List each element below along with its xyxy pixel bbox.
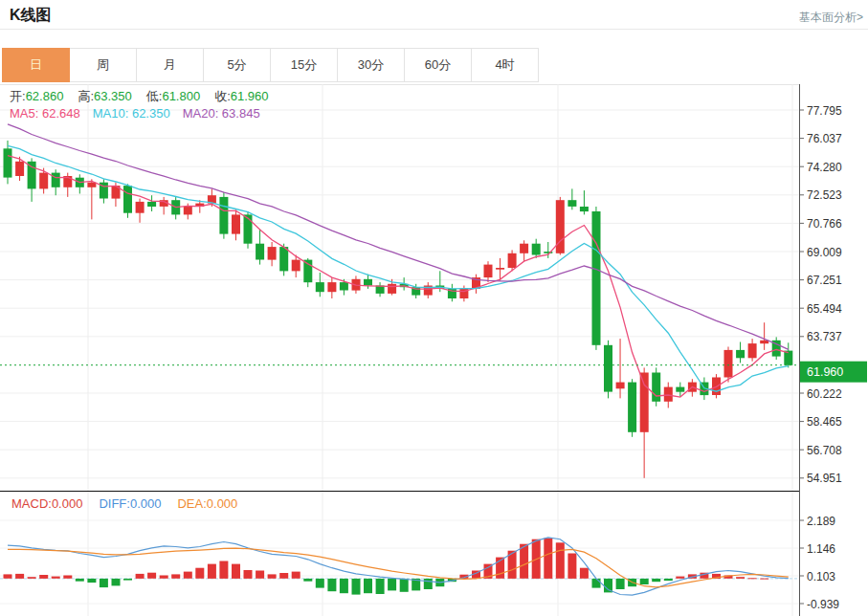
y-axis-label: 76.037 [807, 132, 842, 145]
macd-legend-item-2: DEA:0.000 [177, 496, 237, 511]
macd-bar [4, 574, 12, 578]
tab-5分[interactable]: 5分 [204, 48, 271, 82]
tab-60分[interactable]: 60分 [405, 48, 472, 82]
macd-bar [268, 574, 277, 578]
candlestick-series [4, 141, 793, 478]
macd-bar [63, 576, 72, 579]
tab-30分[interactable]: 30分 [338, 48, 405, 82]
y-axis-label: 70.766 [807, 217, 842, 231]
fundamental-analysis-link[interactable]: 基本面分析> [799, 10, 863, 26]
macd-bar [39, 575, 48, 579]
y-axis-label: 58.465 [807, 415, 842, 429]
ma-legend-item-1: MA10: 62.350 [93, 106, 170, 121]
macd-bar [340, 579, 348, 593]
candle-body [147, 202, 156, 207]
y-axis-label: 67.251 [807, 274, 842, 287]
macd-bar [100, 579, 108, 587]
candle-body [327, 282, 336, 292]
macd-bar [184, 572, 192, 579]
macd-bar [376, 579, 385, 594]
ohlc-value-3: 61.960 [231, 89, 269, 103]
macd-bar [123, 579, 132, 581]
page-title: K线图 [10, 6, 52, 26]
candle-body [279, 247, 288, 271]
main-candlestick-chart[interactable]: 77.79576.03774.28072.52370.76669.00967.2… [0, 84, 868, 491]
candle-body [388, 284, 396, 294]
ma-legend-item-0: MA5: 62.648 [10, 106, 80, 121]
macd-bar [664, 579, 673, 581]
ma5-line [8, 156, 789, 397]
macd-bar [424, 579, 433, 589]
macd-bar [244, 570, 253, 579]
candle-body [496, 268, 504, 270]
candle-body [292, 260, 300, 272]
macd-y-axis-label: -0.939 [807, 598, 839, 611]
macd-bar [388, 579, 396, 591]
candle-body [268, 247, 277, 260]
ohlc-value-0: 62.860 [26, 89, 64, 103]
header-divider [0, 29, 868, 30]
macd-bar [232, 564, 240, 579]
macd-bar [520, 544, 528, 579]
candle-body [184, 207, 192, 214]
macd-bar [760, 579, 768, 580]
candle-body [340, 282, 348, 290]
tab-月[interactable]: 月 [137, 48, 204, 82]
tab-4时[interactable]: 4时 [472, 48, 539, 82]
tab-15分[interactable]: 15分 [271, 48, 338, 82]
macd-bar [112, 579, 121, 586]
ma-legend: MA5: 62.648MA10: 62.350MA20: 63.845 [10, 106, 273, 121]
macd-bar [76, 579, 84, 582]
ohlc-value-1: 63.350 [94, 89, 132, 103]
macd-bar [556, 542, 565, 579]
macd-bar [676, 577, 684, 579]
macd-bar [147, 573, 156, 579]
ohlc-value-2: 61.800 [162, 89, 200, 103]
y-axis-label: 63.737 [807, 330, 842, 343]
macd-bar [136, 574, 145, 579]
macd-bar [52, 577, 60, 579]
macd-bar [400, 579, 409, 592]
macd-legend-item-1: DIFF:0.000 [99, 496, 161, 511]
candle-body [484, 265, 493, 278]
candle-body [15, 162, 24, 176]
ma20-line [8, 124, 789, 350]
macd-bar [195, 568, 204, 579]
macd-bar [303, 579, 312, 582]
macd-bar [364, 579, 372, 593]
ohlc-label-3: 收: [214, 89, 231, 103]
ma10-line [8, 145, 789, 391]
candle-body [520, 244, 528, 253]
macd-bar [28, 577, 36, 579]
macd-legend-item-0: MACD:0.000 [11, 496, 82, 511]
macd-bar [160, 576, 168, 579]
candle-body [39, 173, 48, 189]
candle-body [724, 350, 733, 378]
candle-body [592, 211, 601, 345]
candle-body [4, 148, 12, 177]
macd-bar [640, 579, 649, 584]
candle-body [568, 200, 576, 207]
tab-周[interactable]: 周 [70, 48, 137, 82]
candle-body [784, 351, 792, 365]
candle-body [676, 387, 684, 392]
ohlc-legend: 开:62.860高:63.350低:61.800收:61.960 [10, 88, 283, 105]
ohlc-label-2: 低: [146, 89, 163, 103]
macd-bar [352, 579, 361, 595]
macd-histogram [4, 539, 769, 595]
candle-body [364, 279, 372, 286]
macd-bar [292, 572, 300, 579]
y-axis-label: 69.009 [807, 246, 842, 259]
ohlc-label-1: 高: [78, 89, 94, 103]
macd-y-axis-label: 2.189 [807, 515, 835, 528]
candle-body [580, 207, 589, 211]
ohlc-label-0: 开: [10, 89, 26, 103]
y-axis-label: 54.951 [807, 472, 842, 485]
macd-bar [279, 573, 288, 579]
macd-bar [171, 574, 180, 578]
candle-body [256, 244, 264, 260]
candle-body [123, 186, 132, 213]
macd-bar [15, 574, 24, 579]
candle-body [232, 214, 240, 233]
tab-日[interactable]: 日 [2, 48, 70, 82]
